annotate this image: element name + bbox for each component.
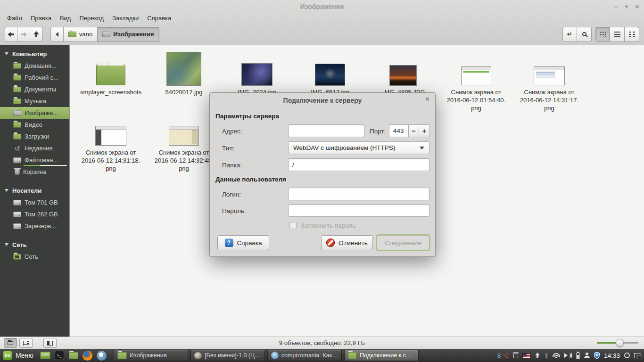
- sidebar-section-network[interactable]: Сеть: [0, 239, 69, 251]
- file-item-screenshot-015440[interactable]: Снимок экрана от 2016-06-12 01:54:40. pn…: [441, 49, 512, 112]
- menu-go[interactable]: Переход: [75, 12, 108, 25]
- taskbar-window-browser[interactable]: compizomania: Как ...: [267, 350, 342, 361]
- browser-launcher[interactable]: [97, 350, 107, 361]
- sidebar-item-filesystem[interactable]: Файловая...: [0, 154, 69, 166]
- wifi-icon[interactable]: [553, 353, 560, 358]
- trash-tray-icon[interactable]: [513, 353, 518, 358]
- mint-logo-icon: lm: [3, 351, 12, 360]
- sidebar-item-downloads[interactable]: Загрузки: [0, 131, 69, 142]
- file-item-screenshot-143248[interactable]: Снимок экрана от 2016-06-12 14:32:48. pn…: [149, 110, 219, 173]
- back-button[interactable]: [5, 27, 17, 42]
- update-shield-icon[interactable]: [594, 352, 600, 359]
- sidebar-item-home[interactable]: Домашня...: [0, 60, 69, 72]
- window-title: Изображения: [0, 0, 644, 13]
- weather-cloud-icon[interactable]: [485, 354, 493, 357]
- port-decrement-button[interactable]: −: [408, 124, 419, 137]
- show-treeview-button[interactable]: [19, 338, 33, 348]
- remember-password-checkbox[interactable]: [289, 222, 297, 229]
- menu-view[interactable]: Вид: [56, 12, 75, 25]
- sidebar-item-music[interactable]: Музыка: [0, 95, 69, 107]
- video-folder-icon: [13, 122, 21, 128]
- folder-input[interactable]: [288, 158, 429, 171]
- file-item-img-2024[interactable]: IMG_2024.jpg: [222, 49, 292, 96]
- gimp-icon: [194, 352, 202, 359]
- terminal-launcher[interactable]: >_: [54, 350, 65, 361]
- file-item-smplayer-screenshots[interactable]: smplayer_screenshots: [75, 49, 146, 96]
- zoom-slider[interactable]: [597, 342, 638, 344]
- path-scroll-left-button[interactable]: [50, 27, 64, 42]
- taskbar-window-gimp[interactable]: [Без имени]-1.0 (Цв...: [190, 350, 265, 361]
- hide-sidebar-button[interactable]: [43, 338, 57, 348]
- file-item-mg-4895[interactable]: _MG_4895.JPG: [368, 49, 438, 96]
- taskbar: lm Меню >_ Изображения [Без имени]-1.0 (…: [0, 349, 644, 362]
- system-tray: 8 °C ᛒ 14:33: [485, 352, 644, 359]
- menu-edit[interactable]: Правка: [26, 12, 56, 25]
- dialog-title: Подключение к серверу: [210, 93, 435, 108]
- upload-arrow-icon[interactable]: [535, 353, 540, 358]
- sidebar-item-desktop[interactable]: Рабочий с...: [0, 72, 69, 83]
- port-input[interactable]: [389, 124, 409, 137]
- clock[interactable]: 14:33: [604, 352, 620, 359]
- file-item-img-6512[interactable]: IMG_6512.jpg: [295, 49, 365, 96]
- dialog-close-button[interactable]: ×: [425, 95, 429, 103]
- sidebar-item-video[interactable]: Видео: [0, 119, 69, 131]
- login-input[interactable]: [288, 188, 429, 200]
- sidebar-item-network[interactable]: Сеть: [0, 251, 69, 263]
- location-search-group: ↵: [562, 27, 592, 42]
- sidebar-item-volume-262[interactable]: Том 262 GB: [0, 208, 69, 220]
- compact-view-button[interactable]: [625, 27, 639, 42]
- firefox-launcher[interactable]: [83, 350, 93, 361]
- sidebar-section-computer[interactable]: Компьютер: [0, 48, 69, 60]
- power-icon[interactable]: [624, 353, 630, 358]
- recent-icon: ↺: [13, 146, 21, 151]
- sidebar-item-documents[interactable]: Документы: [0, 83, 69, 95]
- password-input[interactable]: [288, 204, 429, 217]
- taskbar-window-connect-dialog[interactable]: Подключение к сер...: [344, 350, 419, 361]
- bluetooth-icon[interactable]: ᛒ: [545, 353, 548, 359]
- keyboard-layout-flag-icon[interactable]: [522, 353, 530, 358]
- menu-help[interactable]: Справка: [143, 12, 175, 25]
- search-button[interactable]: [577, 27, 592, 42]
- workspace-switcher-icon[interactable]: [634, 353, 641, 358]
- help-button[interactable]: ? Справка: [217, 235, 269, 250]
- show-places-button[interactable]: [4, 338, 17, 348]
- up-button[interactable]: [30, 27, 43, 42]
- list-view-button[interactable]: [610, 27, 625, 42]
- mint-menu-button[interactable]: lm Меню: [0, 349, 38, 362]
- path-button-home[interactable]: vano: [64, 27, 98, 42]
- show-desktop-button[interactable]: [40, 350, 50, 361]
- battery-icon[interactable]: [576, 353, 580, 359]
- address-input[interactable]: [288, 124, 364, 137]
- connect-button[interactable]: Соединение: [377, 235, 429, 250]
- cancel-button[interactable]: Отменить: [321, 235, 373, 250]
- menu-bookmarks[interactable]: Закладки: [108, 12, 143, 25]
- treeview-icon: [23, 341, 29, 346]
- file-item-screenshot-143117[interactable]: Снимок экрана от 2016-06-12 14:31:17. pn…: [514, 49, 585, 112]
- sidebar-item-recent[interactable]: ↺ Недавние: [0, 142, 69, 154]
- toggle-location-entry-button[interactable]: ↵: [562, 27, 577, 42]
- server-type-dropdown[interactable]: WebDAV с шифрованием (HTTPS): [288, 141, 429, 154]
- maximize-button[interactable]: +: [624, 2, 628, 10]
- icon-view-button[interactable]: [595, 27, 610, 42]
- launcher-icons: >_: [40, 350, 107, 361]
- trash-icon: [15, 169, 20, 175]
- forward-button[interactable]: [17, 27, 30, 42]
- minimize-button[interactable]: –: [614, 2, 618, 10]
- taskbar-window-pictures[interactable]: Изображения: [114, 350, 188, 361]
- temperature-indicator[interactable]: 8 °C: [497, 352, 509, 359]
- sidebar-item-pictures[interactable]: Изображе...: [0, 107, 69, 119]
- volume-icon[interactable]: [564, 353, 572, 358]
- menu-file[interactable]: Файл: [3, 12, 26, 25]
- sidebar-item-volume-701[interactable]: Том 701 GB: [0, 197, 69, 208]
- sidebar-item-trash[interactable]: Корзина: [0, 166, 69, 178]
- files-launcher[interactable]: [68, 350, 79, 361]
- sidebar-item-reserved[interactable]: Зарезерв...: [0, 220, 69, 232]
- path-button-pictures[interactable]: Изображения: [98, 27, 159, 42]
- user-applet-icon[interactable]: [584, 353, 590, 358]
- file-item-screenshot-143118[interactable]: Снимок экрана от 2016-06-12 14:31:18. pn…: [75, 110, 146, 173]
- close-button[interactable]: ×: [635, 2, 639, 10]
- documents-folder-icon: [13, 87, 21, 92]
- sidebar-section-devices[interactable]: Носители: [0, 184, 69, 197]
- file-item-54020017[interactable]: 54020017.jpg: [149, 49, 219, 96]
- port-increment-button[interactable]: +: [419, 124, 430, 137]
